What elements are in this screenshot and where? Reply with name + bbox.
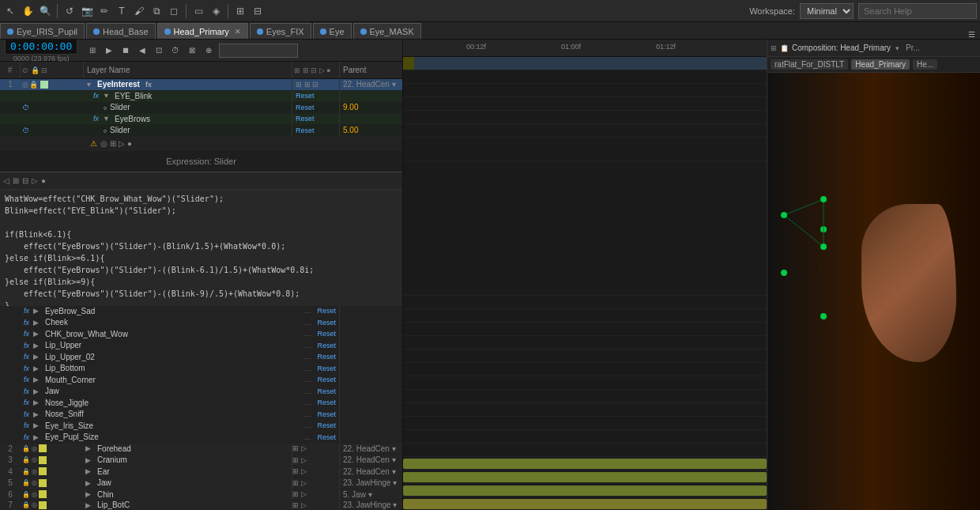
expr-icon-2[interactable]: ⊞	[13, 176, 19, 185]
tab-head-primary[interactable]: Head_Primary ✕	[157, 23, 248, 39]
expr-icon-5[interactable]: ●	[41, 176, 46, 185]
comp-subtab-headprimary[interactable]: Head_Primary	[851, 59, 910, 70]
timeline-ctrl-6[interactable]: ⏱	[168, 43, 183, 58]
expr-icon-4[interactable]: ▷	[32, 176, 38, 185]
layer-lock-2[interactable]: 🔒	[22, 445, 30, 452]
layer-lock-6[interactable]: 🔒	[22, 491, 30, 498]
expr-icon-1[interactable]: ◁	[3, 176, 9, 185]
comp-subtab-ratflat[interactable]: ratFlat_For_DISTLT	[771, 59, 848, 70]
camera-tool-icon[interactable]: 📷	[80, 4, 94, 18]
effect-item-lip-bottom[interactable]: fx ▶ Lip_Bottom … Reset	[0, 363, 402, 375]
effect-reset-eye-blink[interactable]: Reset	[292, 92, 318, 100]
expression-code[interactable]: WhatWow=effect("CHK_Brow_What_Wow")("Sli…	[0, 190, 402, 306]
brush-tool-icon[interactable]: 🖌	[132, 4, 146, 18]
ei-reset-eye-iris-size[interactable]: Reset	[315, 421, 340, 429]
ei-reset-jaw[interactable]: Reset	[315, 387, 340, 395]
ei-expand-7[interactable]: ▶	[33, 376, 41, 383]
layer-expand-3[interactable]: ▶	[85, 456, 93, 464]
layer-vis-2[interactable]: ◎	[32, 445, 37, 452]
effect-item-cheek[interactable]: fx ▶ Cheek … Reset	[0, 317, 402, 329]
layer-vis-6[interactable]: ◎	[32, 491, 37, 498]
layer-vis-4[interactable]: ◎	[32, 468, 37, 475]
hand-tool-icon[interactable]: ✋	[21, 4, 35, 18]
layer-lock-1[interactable]: 🔒	[29, 81, 38, 89]
timeline-ctrl-3[interactable]: ⏹	[119, 43, 133, 58]
warn-icon-4[interactable]: ●	[127, 139, 132, 148]
shape-tool-icon[interactable]: ▭	[191, 4, 205, 18]
comp-dropdown[interactable]: ▾	[895, 44, 899, 52]
ei-expand-1[interactable]: ▶	[33, 307, 41, 315]
ei-expand-5[interactable]: ▶	[33, 353, 41, 361]
eraser-tool-icon[interactable]: ◻	[167, 4, 181, 18]
timeline-ctrl-7[interactable]: ⊠	[185, 43, 199, 58]
ei-reset-nose-sniff[interactable]: Reset	[315, 410, 340, 418]
effect-item-chk-brow[interactable]: fx ▶ CHK_brow_What_Wow … Reset	[0, 329, 402, 341]
effect-item-mouth-corner[interactable]: fx ▶ Mouth_Corner … Reset	[0, 375, 402, 387]
layer-lock-7[interactable]: 🔒	[22, 501, 30, 508]
arrow-tool-icon[interactable]: ↖	[3, 4, 17, 18]
layer-expand-6[interactable]: ▶	[85, 490, 93, 498]
effect-item-nose-jiggle[interactable]: fx ▶ Nose_Jiggle … Reset	[0, 398, 402, 410]
tab-eye-iris[interactable]: Eye_IRIS_Pupil	[0, 23, 85, 39]
tracks-area[interactable]	[403, 57, 767, 510]
layer-expand-2[interactable]: ▶	[85, 444, 93, 452]
layer-row-3[interactable]: 3 🔒 ◎ ▶ Cranium ⊞ ▷ 22. HeadCen ▾	[0, 455, 402, 467]
ei-expand-6[interactable]: ▶	[33, 365, 41, 372]
stopwatch-slider1[interactable]: ⏱	[22, 104, 29, 111]
ei-reset-nose-jiggle[interactable]: Reset	[315, 399, 340, 406]
ei-reset-chk-brow[interactable]: Reset	[315, 330, 340, 338]
effect-item-jaw[interactable]: fx ▶ Jaw … Reset	[0, 386, 402, 398]
layer-expand-1[interactable]: ▼	[85, 81, 93, 89]
ei-reset-lip-upper[interactable]: Reset	[315, 342, 340, 349]
tab-close-head-primary[interactable]: ✕	[235, 28, 241, 36]
tab-eye-mask[interactable]: Eye_MASK	[353, 23, 421, 39]
layer-vis-7[interactable]: ◎	[32, 501, 37, 508]
ei-expand-12[interactable]: ▶	[33, 433, 41, 441]
layer-row-5[interactable]: 5 🔒 ◎ ▶ Jaw ⊞ ▷ 23. JawHinge ▾	[0, 478, 402, 489]
tab-eyes-fix[interactable]: Eyes_FIX	[250, 23, 311, 39]
warn-icon-3[interactable]: ▷	[119, 139, 125, 148]
layer-row-4[interactable]: 4 🔒 ◎ ▶ Ear ⊞ ▷ 22. HeadCen ▾	[0, 467, 402, 478]
pen-tool-icon[interactable]: ✏	[97, 4, 111, 18]
tab-head-base[interactable]: Head_Base	[86, 23, 156, 39]
tab-menu-button[interactable]: ☰	[963, 30, 980, 39]
layer-lock-3[interactable]: 🔒	[22, 456, 30, 463]
effect-item-eye-iris-size[interactable]: fx ▶ Eye_Iris_Size … Reset	[0, 421, 402, 433]
effect-expand-eyebrows[interactable]: ▼	[103, 115, 111, 123]
expr-icon-3[interactable]: ⊟	[22, 176, 28, 185]
warn-icon-1[interactable]: ◎	[100, 139, 107, 148]
rotate-tool-icon[interactable]: ↺	[62, 4, 77, 18]
ei-expand-4[interactable]: ▶	[33, 342, 41, 349]
ei-expand-10[interactable]: ▶	[33, 410, 41, 418]
timeline-ctrl-1[interactable]: ⊞	[85, 43, 100, 58]
layer-lock-4[interactable]: 🔒	[22, 468, 30, 475]
comp-tab-primar[interactable]: Pr...	[906, 43, 920, 52]
layer-row-2[interactable]: 2 🔒 ◎ ▶ Forehead ⊞ ▷ 22. HeadCen ▾	[0, 444, 402, 455]
property-reset-slider1[interactable]: Reset	[292, 104, 318, 111]
timeline-ctrl-8[interactable]: ⊕	[202, 43, 216, 58]
effect-item-eye-pupl-size[interactable]: fx ▶ Eye_Pupl_Size … Reset	[0, 432, 402, 444]
timeline-ctrl-4[interactable]: ◀	[135, 43, 149, 58]
ei-expand-11[interactable]: ▶	[33, 421, 41, 429]
effect-row-eyebrows[interactable]: fx ▼ EyeBrows Reset	[0, 114, 402, 126]
ei-expand-8[interactable]: ▶	[33, 387, 41, 395]
ei-reset-eye-pupl-size[interactable]: Reset	[315, 433, 340, 441]
stopwatch-slider2[interactable]: ⏱	[22, 127, 29, 134]
layer-expand-5[interactable]: ▶	[85, 479, 93, 487]
grid-icon[interactable]: ⊟	[251, 4, 265, 18]
ei-reset-eyebrow-sad[interactable]: Reset	[315, 307, 340, 315]
property-row-slider2[interactable]: ⏱ ⬦ Slider Reset 5.00	[0, 125, 402, 137]
layers-scroll-container[interactable]: 1 ◎ 🔒 ▼ EyeInterest fx ⊞ ⊞ ⊟ 22. HeadCen…	[0, 79, 402, 510]
effect-item-nose-sniff[interactable]: fx ▶ Nose_Sniff … Reset	[0, 409, 402, 421]
ei-reset-mouth-corner[interactable]: Reset	[315, 376, 340, 383]
ei-expand-3[interactable]: ▶	[33, 330, 41, 338]
timeline-ctrl-5[interactable]: ⊡	[152, 43, 166, 58]
effect-item-lip-upper-02[interactable]: fx ▶ Lip_Upper_02 … Reset	[0, 352, 402, 364]
ei-expand-2[interactable]: ▶	[33, 319, 41, 327]
ei-reset-lip-upper-02[interactable]: Reset	[315, 353, 340, 361]
layer-row-6[interactable]: 6 🔒 ◎ ▶ Chin ⊞ ▷ 5. Jaw ▾	[0, 489, 402, 501]
layer-lock-5[interactable]: 🔒	[22, 479, 30, 486]
ei-reset-cheek[interactable]: Reset	[315, 319, 340, 327]
layer-solo-1[interactable]: ◎	[22, 81, 28, 89]
layer-vis-3[interactable]: ◎	[32, 456, 37, 463]
